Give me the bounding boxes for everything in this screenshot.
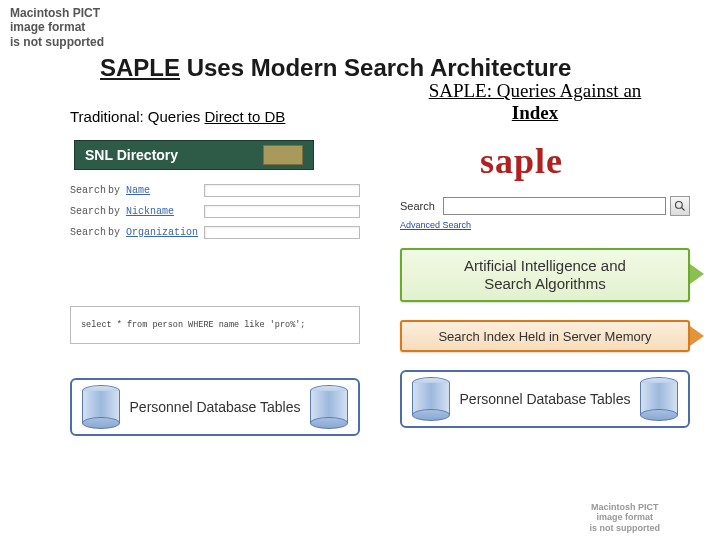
form-link-name[interactable]: Name	[126, 185, 204, 196]
magnifier-icon	[674, 200, 686, 212]
subtitle-traditional: Traditional: Queries Direct to DB	[70, 108, 285, 125]
saple-search-bar: Search	[400, 196, 690, 216]
sql-query-box: select * from person WHERE name like 'pr…	[70, 306, 360, 344]
saple-search-label: Search	[400, 200, 435, 212]
form-row-nickname: Search by Nickname	[70, 205, 360, 218]
title-emph: SAPLE	[100, 54, 180, 81]
db-tables-left: Personnel Database Tables	[70, 378, 360, 436]
snl-directory-header: SNL Directory	[74, 140, 314, 170]
title-rest: Uses Modern Search Architecture	[180, 54, 571, 81]
sql-query-text: select * from person WHERE name like 'pr…	[81, 320, 305, 330]
saple-search-input[interactable]	[443, 197, 666, 215]
form-input-nickname[interactable]	[204, 205, 360, 218]
phone-icon	[263, 145, 303, 165]
form-search-word: Search	[70, 206, 108, 217]
subtitle-saple: SAPLE: Queries Against an Index	[370, 80, 700, 124]
form-input-organization[interactable]	[204, 226, 360, 239]
form-by-word: by	[108, 227, 126, 238]
db-label-left: Personnel Database Tables	[126, 399, 304, 415]
database-cylinder-icon	[82, 386, 120, 428]
form-row-organization: Search by Organization	[70, 226, 360, 239]
page-title: SAPLE Uses Modern Search Architecture	[100, 54, 571, 82]
snl-directory-label: SNL Directory	[85, 147, 178, 163]
database-cylinder-icon	[412, 378, 450, 420]
arrow-icon	[690, 326, 704, 346]
database-cylinder-icon	[310, 386, 348, 428]
form-search-word: Search	[70, 185, 108, 196]
form-link-organization[interactable]: Organization	[126, 227, 204, 238]
subtitle-traditional-emph: Direct to DB	[205, 108, 286, 125]
search-button[interactable]	[670, 196, 690, 216]
pict-error-top: Macintosh PICTimage formatis not support…	[10, 6, 104, 49]
stage-index-text: Search Index Held in Server Memory	[438, 329, 651, 344]
subtitle-traditional-prefix: Traditional: Queries	[70, 108, 205, 125]
form-input-name[interactable]	[204, 184, 360, 197]
db-label-right: Personnel Database Tables	[456, 391, 634, 407]
saple-logo: saple	[480, 140, 563, 182]
db-tables-right: Personnel Database Tables	[400, 370, 690, 428]
svg-point-0	[676, 202, 683, 209]
form-link-nickname[interactable]: Nickname	[126, 206, 204, 217]
form-row-name: Search by Name	[70, 184, 360, 197]
advanced-search-link[interactable]: Advanced Search	[400, 220, 471, 230]
subtitle-saple-line2: Index	[512, 102, 558, 123]
form-by-word: by	[108, 185, 126, 196]
database-cylinder-icon	[640, 378, 678, 420]
svg-line-1	[682, 208, 685, 211]
form-by-word: by	[108, 206, 126, 217]
stage-ai-algorithms: Artificial Intelligence andSearch Algori…	[400, 248, 690, 302]
traditional-search-form: Search by Name Search by Nickname Search…	[70, 184, 360, 247]
stage-search-index: Search Index Held in Server Memory	[400, 320, 690, 352]
stage-ai-text: Artificial Intelligence andSearch Algori…	[464, 257, 626, 293]
form-search-word: Search	[70, 227, 108, 238]
pict-error-bottom: Macintosh PICTimage formatis not support…	[590, 502, 661, 534]
subtitle-saple-line1: SAPLE: Queries Against an	[429, 80, 642, 101]
arrow-icon	[690, 264, 704, 284]
